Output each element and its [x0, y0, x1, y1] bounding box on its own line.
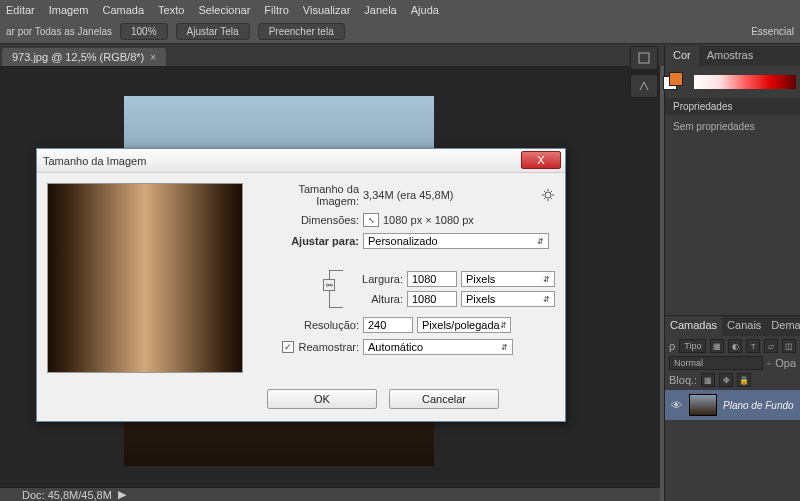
menu-filtro[interactable]: Filtro — [264, 4, 288, 16]
character-panel-icon[interactable] — [630, 74, 658, 98]
blend-mode-dropdown[interactable]: Normal — [669, 356, 763, 370]
dialog-titlebar[interactable]: Tamanho da Imagem X — [37, 149, 565, 173]
foreground-color-swatch[interactable] — [669, 72, 683, 86]
height-unit-dropdown[interactable]: Pixels⇵ — [461, 291, 555, 307]
tab-camadas[interactable]: Camadas — [665, 316, 722, 336]
menu-janela[interactable]: Janela — [364, 4, 396, 16]
dimensions-label: Dimensões: — [253, 214, 359, 226]
width-label: Largura: — [343, 273, 403, 285]
menu-editar[interactable]: Editar — [6, 4, 35, 16]
svg-point-1 — [545, 192, 551, 198]
tab-canais[interactable]: Canais — [722, 316, 766, 336]
layer-row[interactable]: 👁 Plano de Fundo — [665, 390, 800, 420]
color-panel — [665, 66, 800, 98]
resample-dropdown[interactable]: Automático⇵ — [363, 339, 513, 355]
document-tab[interactable]: 973.jpg @ 12,5% (RGB/8*) × — [2, 48, 166, 66]
resolution-label: Resolução: — [253, 319, 359, 331]
lock-label: Bloq.: — [669, 374, 697, 386]
image-preview — [47, 183, 243, 373]
height-input[interactable] — [407, 291, 457, 307]
menu-visualizar[interactable]: Visualizar — [303, 4, 351, 16]
history-panel-icon[interactable] — [630, 46, 658, 70]
status-doc-size[interactable]: Doc: 45,8M/45,8M — [22, 489, 112, 501]
opacity-label: Opa — [775, 357, 796, 369]
dialog-title-text: Tamanho da Imagem — [43, 155, 146, 167]
constrain-link-icon[interactable]: ⚯ — [323, 279, 335, 291]
menu-imagem[interactable]: Imagem — [49, 4, 89, 16]
menu-texto[interactable]: Texto — [158, 4, 184, 16]
zoom-100-button[interactable]: 100% — [120, 23, 168, 40]
menu-bar: Editar Imagem Camada Texto Selecionar Fi… — [0, 0, 800, 20]
image-size-form: Tamanho da Imagem: 3,34M (era 45,8M) Dim… — [253, 183, 555, 373]
filter-type-dropdown[interactable]: Tipo — [679, 339, 706, 353]
layer-name-label[interactable]: Plano de Fundo — [723, 400, 794, 411]
tab-cor[interactable]: Cor — [665, 46, 699, 66]
fit-to-dropdown[interactable]: Personalizado⇵ — [363, 233, 549, 249]
width-unit-dropdown[interactable]: Pixels⇵ — [461, 271, 555, 287]
width-input[interactable] — [407, 271, 457, 287]
status-arrow-icon[interactable]: ▶ — [118, 488, 126, 501]
close-tab-icon[interactable]: × — [150, 52, 156, 63]
menu-selecionar[interactable]: Selecionar — [198, 4, 250, 16]
visibility-eye-icon[interactable]: 👁 — [669, 398, 683, 412]
fit-screen-button[interactable]: Ajustar Tela — [176, 23, 250, 40]
collapsed-panels — [630, 46, 660, 98]
fit-to-label: Ajustar para: — [253, 235, 359, 247]
filter-adjust-icon[interactable]: ◐ — [728, 339, 742, 353]
layer-thumbnail[interactable] — [689, 394, 717, 416]
menu-ajuda[interactable]: Ajuda — [411, 4, 439, 16]
filter-smart-icon[interactable]: ◫ — [782, 339, 796, 353]
document-tab-title: 973.jpg @ 12,5% (RGB/8*) — [12, 51, 144, 63]
svg-rect-0 — [639, 53, 649, 63]
dimensions-value: 1080 px × 1080 px — [383, 214, 474, 226]
gear-icon[interactable] — [541, 188, 555, 202]
image-size-dialog: Tamanho da Imagem X Tamanho da Imagem: 3… — [36, 148, 566, 422]
resolution-unit-dropdown[interactable]: Pixels/polegada⇵ — [417, 317, 511, 333]
image-size-value: 3,34M (era 45,8M) — [363, 189, 453, 201]
lock-position-icon[interactable]: ✥ — [719, 373, 733, 387]
filter-type-icon[interactable]: T — [746, 339, 760, 353]
image-size-label: Tamanho da Imagem: — [253, 183, 359, 207]
properties-panel-body: Sem propriedades — [665, 115, 800, 315]
layers-panel-tabs: Camadas Canais Demarcadores — [665, 316, 800, 336]
filter-type-label: ρ — [669, 340, 675, 352]
right-panel-dock: Cor Amostras Propriedades Sem propriedad… — [664, 46, 800, 501]
filter-pixel-icon[interactable]: ▦ — [710, 339, 724, 353]
workspace-switcher[interactable]: Essencial — [751, 26, 794, 37]
ok-button[interactable]: OK — [267, 389, 377, 409]
resample-checkbox[interactable]: ✓ — [282, 341, 294, 353]
scroll-all-windows-label: ar por Todas as Janelas — [6, 26, 112, 37]
properties-panel-header[interactable]: Propriedades — [665, 98, 800, 115]
filter-shape-icon[interactable]: ▱ — [764, 339, 778, 353]
fill-screen-button[interactable]: Preencher tela — [258, 23, 345, 40]
status-bar: Doc: 45,8M/45,8M ▶ — [0, 487, 660, 501]
tab-demarcadores[interactable]: Demarcadores — [766, 316, 800, 336]
tab-amostras[interactable]: Amostras — [699, 46, 761, 66]
resample-label: Reamostrar: — [298, 341, 359, 353]
dimensions-unit-icon[interactable]: ⤡ — [363, 213, 379, 227]
options-bar: ar por Todas as Janelas 100% Ajustar Tel… — [0, 20, 800, 44]
lock-all-icon[interactable]: 🔒 — [737, 373, 751, 387]
lock-pixels-icon[interactable]: ▦ — [701, 373, 715, 387]
resolution-input[interactable] — [363, 317, 413, 333]
menu-camada[interactable]: Camada — [103, 4, 145, 16]
cancel-button[interactable]: Cancelar — [389, 389, 499, 409]
color-panel-tabs: Cor Amostras — [665, 46, 800, 66]
layers-panel: Camadas Canais Demarcadores ρ Tipo ▦ ◐ T… — [665, 315, 800, 420]
dialog-close-button[interactable]: X — [521, 151, 561, 169]
color-ramp[interactable] — [694, 75, 796, 89]
height-label: Altura: — [343, 293, 403, 305]
layer-controls: ρ Tipo ▦ ◐ T ▱ ◫ Normal ÷ Opa Bloq.: ▦ ✥… — [665, 336, 800, 390]
